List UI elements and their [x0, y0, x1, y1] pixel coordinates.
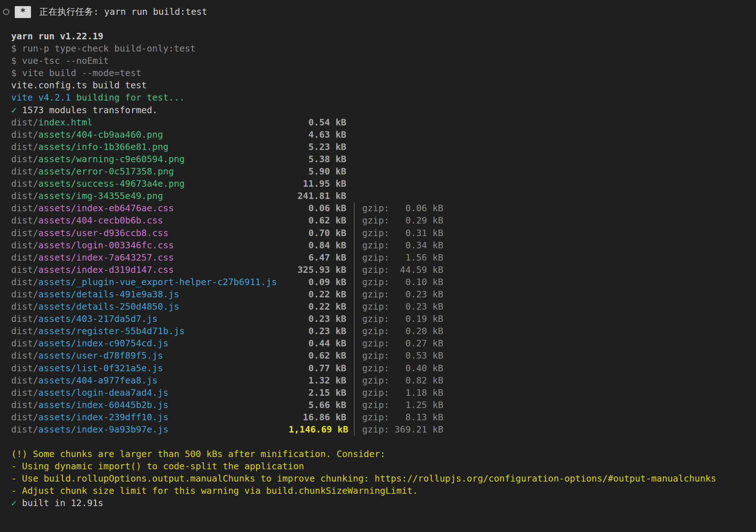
gzip-label: gzip: — [362, 277, 389, 287]
file-name: assets/register-55b4d71b.js — [38, 326, 184, 336]
terminal-text: vite.config.ts build test — [11, 80, 147, 90]
gzip-label: gzip: — [362, 203, 389, 213]
file-row: dist/assets/login-003346fc.css0.84 kBgzi… — [11, 239, 756, 252]
file-dir-prefix: dist/ — [11, 203, 38, 213]
terminal-text: yarn run v1.22.19 — [11, 31, 103, 41]
gzip-cell: gzip:8.13 kB — [362, 411, 443, 424]
file-name: index.html — [38, 117, 93, 128]
build-log-head: yarn run v1.22.19$ run-p type-check buil… — [11, 30, 756, 116]
file-dir-prefix: dist/ — [11, 350, 38, 361]
file-name: assets/login-003346fc.css — [38, 240, 174, 251]
file-dir-prefix: dist/ — [11, 166, 38, 177]
file-dir-prefix: dist/ — [11, 277, 38, 287]
file-dir-prefix: dist/ — [11, 215, 38, 226]
file-size: 2.15 kB — [289, 387, 346, 399]
file-row: dist/assets/404-cb9aa460.png4.63 kB — [11, 129, 756, 141]
file-row: dist/assets/index-9a93b97e.js1,146.69 kB… — [11, 424, 756, 436]
gzip-cell: gzip:44.59 kB — [362, 264, 443, 276]
file-dir-prefix: dist/ — [11, 314, 38, 324]
file-path: dist/assets/warning-c9e60594.png — [11, 153, 289, 165]
terminal-text: ✓ — [11, 498, 22, 508]
file-name: assets/404-a977fea8.js — [38, 375, 157, 386]
gzip-size: 0.40 kB — [389, 362, 443, 374]
terminal-line: - Adjust chunk size limit for this warni… — [11, 485, 756, 497]
gzip-cell: gzip:0.20 kB — [362, 325, 443, 337]
terminal-output: yarn run v1.22.19$ run-p type-check buil… — [11, 30, 756, 510]
column-separator — [354, 362, 355, 374]
terminal-status-icon — [3, 9, 9, 15]
file-size: 0.77 kB — [289, 362, 346, 374]
build-output-file-list: dist/index.html0.54 kBdist/assets/404-cb… — [11, 116, 756, 436]
file-size: 0.62 kB — [289, 214, 346, 227]
column-separator — [354, 214, 355, 227]
file-path: dist/assets/403-217da5d7.js — [11, 313, 289, 325]
gzip-size: 0.23 kB — [389, 301, 443, 313]
file-name: assets/_plugin-vue_export-helper-c27b691… — [38, 277, 277, 287]
file-dir-prefix: dist/ — [11, 191, 38, 201]
gzip-cell: gzip:0.23 kB — [362, 288, 443, 301]
column-separator — [354, 411, 355, 424]
gzip-label: gzip: — [362, 412, 389, 422]
gzip-size: 1.56 kB — [389, 252, 443, 264]
terminal-text: (!) Some chunks are larger than 500 kBs … — [11, 449, 386, 459]
gzip-size: 0.34 kB — [389, 239, 443, 252]
gzip-label: gzip: — [362, 289, 389, 300]
file-path: dist/assets/details-491e9a38.js — [11, 288, 289, 301]
file-name: assets/login-deaa7ad4.js — [38, 387, 168, 398]
rollup-docs-link[interactable]: https://rollupjs.org/configuration-optio… — [374, 473, 716, 484]
gzip-label: gzip: — [362, 314, 389, 324]
terminal-text: vite v4.2.1 — [11, 92, 76, 103]
file-name: assets/warning-c9e60594.png — [38, 154, 184, 164]
file-path: dist/assets/index-60445b2b.js — [11, 399, 289, 411]
terminal-line: yarn run v1.22.19 — [11, 30, 756, 43]
file-dir-prefix: dist/ — [11, 363, 38, 373]
file-size: 5.38 kB — [289, 153, 346, 165]
file-path: dist/assets/list-0f321a5e.js — [11, 362, 289, 374]
file-size: 1.32 kB — [289, 374, 346, 387]
column-separator — [354, 288, 355, 301]
file-path: dist/assets/info-1b366e81.png — [11, 141, 289, 153]
column-separator — [354, 301, 355, 313]
gzip-label: gzip: — [362, 215, 389, 226]
gzip-size: 0.20 kB — [389, 325, 443, 337]
terminal-text: - Adjust chunk size limit for this warni… — [11, 486, 418, 496]
file-row: dist/assets/info-1b366e81.png5.23 kB — [11, 141, 756, 153]
file-size: 11.95 kB — [289, 178, 346, 190]
gzip-label: gzip: — [362, 338, 389, 349]
file-row: dist/assets/index-239dff10.js16.86 kBgzi… — [11, 411, 756, 424]
file-path: dist/assets/_plugin-vue_export-helper-c2… — [11, 276, 289, 288]
file-row: dist/assets/register-55b4d71b.js0.23 kBg… — [11, 325, 756, 337]
terminal-text: 1573 modules transformed. — [22, 105, 157, 115]
gzip-size: 0.10 kB — [389, 276, 443, 288]
gzip-size: 369.21 kB — [389, 424, 443, 436]
file-size: 1,146.69 kB — [289, 424, 346, 436]
gzip-label: gzip: — [362, 252, 389, 263]
gzip-label: gzip: — [362, 301, 389, 312]
file-path: dist/assets/index-239dff10.js — [11, 411, 289, 424]
gzip-cell: gzip:0.23 kB — [362, 301, 443, 313]
file-name: assets/index-c90754cd.js — [38, 338, 168, 349]
file-row: dist/assets/details-250d4850.js0.22 kBgz… — [11, 301, 756, 313]
column-separator — [354, 374, 355, 387]
terminal-panel: * 正在执行任务: yarn run build:test yarn run v… — [0, 0, 756, 532]
file-size: 5.90 kB — [289, 165, 346, 178]
file-dir-prefix: dist/ — [11, 338, 38, 349]
file-row: dist/assets/403-217da5d7.js0.23 kBgzip:0… — [11, 313, 756, 325]
file-name: assets/index-7a643257.css — [38, 252, 174, 263]
file-dir-prefix: dist/ — [11, 129, 38, 140]
file-size: 16.86 kB — [289, 411, 346, 424]
file-dir-prefix: dist/ — [11, 400, 38, 410]
file-path: dist/index.html — [11, 116, 289, 129]
gzip-cell: gzip:369.21 kB — [362, 424, 443, 436]
file-name: assets/details-250d4850.js — [38, 301, 179, 312]
file-name: assets/img-34355e49.png — [38, 191, 163, 201]
file-row: dist/assets/details-491e9a38.js0.22 kBgz… — [11, 288, 756, 301]
file-size: 0.84 kB — [289, 239, 346, 252]
file-size: 0.23 kB — [289, 325, 346, 337]
terminal-text: ✓ — [11, 105, 22, 115]
file-path: dist/assets/user-d936ccb8.css — [11, 227, 289, 239]
file-dir-prefix: dist/ — [11, 154, 38, 164]
column-separator — [354, 399, 355, 411]
file-dir-prefix: dist/ — [11, 387, 38, 398]
file-name: assets/user-d78f89f5.js — [38, 350, 163, 361]
